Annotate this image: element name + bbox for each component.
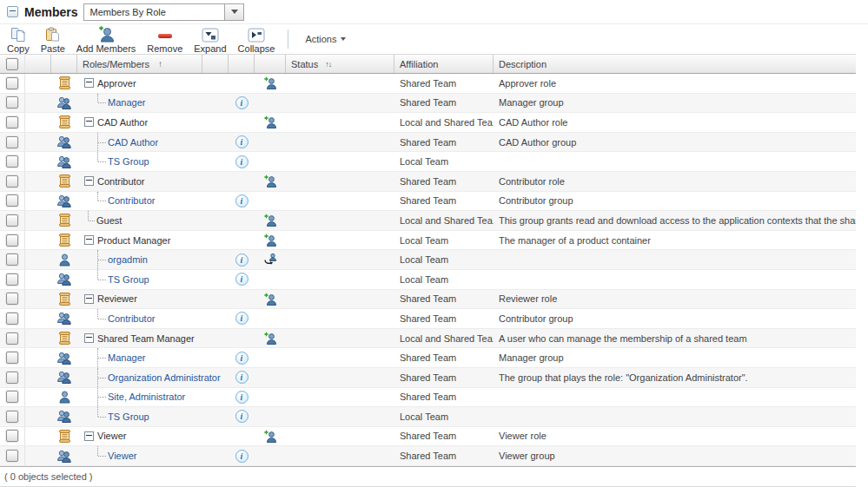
- tree-collapse-icon[interactable]: [84, 117, 94, 127]
- status-cell: [286, 329, 394, 348]
- role-name: Product Manager: [97, 235, 170, 246]
- add-member-icon[interactable]: [263, 76, 277, 89]
- add-member-icon[interactable]: [263, 214, 277, 227]
- row-checkbox[interactable]: [6, 430, 18, 442]
- member-link[interactable]: TS Group: [108, 274, 149, 285]
- row-checkbox[interactable]: [6, 313, 18, 325]
- paste-button[interactable]: Paste: [41, 25, 65, 54]
- actions-menu-button[interactable]: Actions: [301, 34, 349, 44]
- sort-ascending-icon[interactable]: ↑: [158, 59, 162, 69]
- row-type-cell: [51, 348, 77, 367]
- member-link[interactable]: TS Group: [108, 411, 149, 422]
- add-member-icon[interactable]: [263, 332, 277, 345]
- row-checkbox[interactable]: [6, 273, 18, 286]
- row-checkbox[interactable]: [6, 214, 18, 227]
- info-icon[interactable]: i: [235, 371, 248, 384]
- description-cell: Manager group: [494, 348, 856, 367]
- info-icon[interactable]: i: [235, 155, 248, 168]
- add-members-button[interactable]: Add Members: [76, 25, 136, 54]
- row-select-cell: [0, 152, 25, 171]
- member-link[interactable]: TS Group: [108, 156, 149, 167]
- row-checkbox[interactable]: [6, 175, 18, 188]
- status-cell: [286, 427, 394, 446]
- add-member-icon[interactable]: [263, 115, 277, 128]
- copy-button[interactable]: Copy: [7, 25, 30, 54]
- tree-collapse-icon[interactable]: [84, 235, 94, 245]
- row-info-cell: [229, 290, 255, 309]
- info-icon[interactable]: i: [235, 352, 248, 365]
- description-cell: CAD Author role: [494, 113, 856, 132]
- panel-collapse-icon[interactable]: [7, 6, 18, 17]
- member-link[interactable]: CAD Author: [108, 137, 158, 148]
- member-link[interactable]: Manager: [108, 352, 145, 363]
- row-spacer-cell: [202, 172, 229, 191]
- sort-both-icon[interactable]: ↑↓: [325, 60, 331, 69]
- info-icon[interactable]: i: [235, 450, 248, 463]
- row-checkbox[interactable]: [6, 411, 18, 423]
- row-checkbox[interactable]: [6, 234, 18, 247]
- info-icon[interactable]: i: [235, 273, 248, 286]
- row-checkbox[interactable]: [6, 136, 18, 148]
- row-checkbox[interactable]: [6, 293, 18, 305]
- row-checkbox[interactable]: [6, 352, 18, 364]
- row-checkbox[interactable]: [6, 77, 18, 89]
- member-link[interactable]: Manager: [108, 97, 145, 108]
- collapse-button[interactable]: Collapse: [238, 25, 275, 54]
- add-member-icon[interactable]: [263, 293, 277, 306]
- expand-button[interactable]: Expand: [194, 25, 226, 54]
- row-checkbox[interactable]: [6, 116, 18, 128]
- description-cell: Contributor role: [494, 172, 856, 191]
- tree-collapse-icon[interactable]: [84, 431, 94, 441]
- info-icon[interactable]: i: [235, 253, 248, 267]
- tree-collapse-icon[interactable]: [84, 78, 94, 88]
- row-spacer-cell: [202, 309, 229, 328]
- description-cell: A user who can manage the membership of …: [494, 329, 856, 348]
- row-checkbox[interactable]: [6, 332, 18, 345]
- row-select-cell: [0, 133, 25, 152]
- member-link[interactable]: Contributor: [108, 195, 155, 206]
- row-type-cell: [51, 290, 77, 309]
- remove-button[interactable]: Remove: [147, 25, 182, 54]
- select-all-checkbox[interactable]: [6, 58, 18, 70]
- info-icon[interactable]: i: [235, 312, 248, 325]
- view-selector[interactable]: Members By Role: [83, 3, 244, 21]
- header-info-col: [229, 55, 255, 73]
- member-link[interactable]: Site, Administrator: [108, 392, 185, 402]
- info-icon[interactable]: i: [235, 96, 248, 109]
- row-spacer-cell: [25, 348, 51, 367]
- member-link[interactable]: Contributor: [108, 313, 155, 324]
- roles-members-cell: Approver: [77, 74, 202, 93]
- remove-label: Remove: [147, 43, 182, 54]
- info-icon[interactable]: i: [235, 194, 248, 207]
- view-selector-button[interactable]: [224, 4, 243, 20]
- remove-icon: [158, 25, 172, 43]
- description-label: Description: [499, 59, 547, 69]
- member-link[interactable]: Viewer: [108, 451, 136, 461]
- info-icon[interactable]: i: [235, 135, 248, 148]
- tree-collapse-icon[interactable]: [84, 176, 94, 186]
- member-link[interactable]: orgadmin: [108, 254, 148, 265]
- row-spacer-cell: [25, 368, 51, 387]
- info-icon[interactable]: i: [235, 391, 248, 404]
- roles-members-cell: TS Group: [77, 152, 202, 171]
- tree-line: [86, 270, 108, 289]
- add-member-icon[interactable]: [263, 234, 277, 247]
- header-roles-members[interactable]: Roles/Members ↑: [77, 55, 202, 73]
- tree-collapse-icon[interactable]: [84, 333, 94, 343]
- header-status[interactable]: Status ↑↓: [286, 55, 394, 73]
- add-member-icon[interactable]: [263, 430, 277, 443]
- row-info-cell: [229, 211, 255, 230]
- row-checkbox[interactable]: [6, 253, 18, 266]
- header-description[interactable]: Description: [494, 55, 856, 73]
- row-checkbox[interactable]: [6, 391, 18, 403]
- row-type-cell: [51, 172, 77, 191]
- row-checkbox[interactable]: [6, 194, 18, 207]
- info-icon[interactable]: i: [235, 410, 248, 423]
- header-affiliation[interactable]: Affiliation: [394, 55, 494, 73]
- row-checkbox[interactable]: [6, 372, 18, 384]
- row-checkbox[interactable]: [6, 155, 18, 168]
- row-checkbox[interactable]: [6, 96, 18, 109]
- tree-collapse-icon[interactable]: [84, 294, 94, 304]
- add-member-icon[interactable]: [263, 174, 277, 188]
- row-checkbox[interactable]: [6, 450, 18, 462]
